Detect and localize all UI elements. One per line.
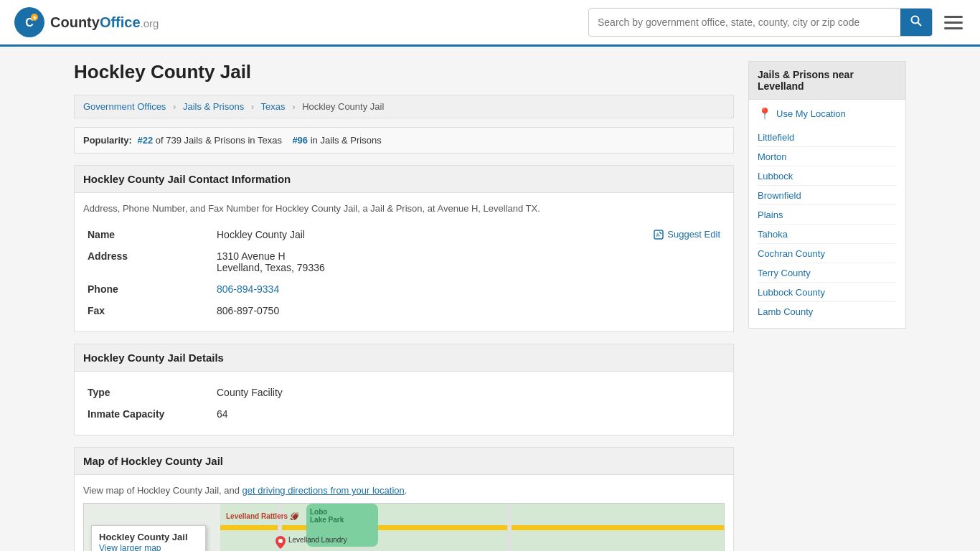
logo-office: Office — [100, 14, 141, 30]
breadcrumb-jails[interactable]: Jails & Prisons — [183, 101, 244, 112]
breadcrumb: Government Offices › Jails & Prisons › T… — [74, 95, 734, 118]
link-littlefield[interactable]: Littlefield — [758, 132, 794, 143]
name-label: Name — [83, 224, 212, 245]
address-line2: Levelland, Texas, 79336 — [217, 262, 720, 273]
details-section-body: Type County Facility Inmate Capacity 64 — [75, 372, 733, 435]
map-section: Map of Hockley County Jail View map of H… — [74, 447, 734, 551]
sidebar-link-list: Littlefield Morton Lubbock Brownfield Pl… — [758, 128, 897, 321]
search-icon — [910, 15, 922, 27]
link-brownfield[interactable]: Brownfield — [758, 190, 801, 201]
contact-section-header: Hockley County Jail Contact Information — [75, 166, 733, 193]
popularity-bar: Popularity: #22 of 739 Jails & Prisons i… — [74, 127, 734, 154]
rank-national-suffix: in Jails & Prisons — [311, 135, 382, 146]
suggest-edit-link[interactable]: Suggest Edit — [654, 229, 720, 240]
link-plains[interactable]: Plains — [758, 209, 783, 220]
list-item-cochran: Cochran County — [758, 244, 897, 263]
phone-link[interactable]: 806-894-9334 — [217, 283, 279, 295]
contact-section: Hockley County Jail Contact Information … — [74, 165, 734, 332]
table-row-fax: Fax 806-897-0750 — [83, 300, 725, 321]
breadcrumb-sep-2: › — [251, 101, 254, 112]
link-cochran-county[interactable]: Cochran County — [758, 248, 825, 259]
rank-state-number: #22 — [138, 135, 154, 146]
type-value: County Facility — [212, 382, 725, 403]
table-row-capacity: Inmate Capacity 64 — [83, 403, 725, 425]
link-tahoka[interactable]: Tahoka — [758, 229, 788, 240]
contact-info-table: Name Hockley County Jail Suggest — [83, 224, 725, 321]
menu-line-3 — [944, 27, 963, 29]
link-lubbock[interactable]: Lubbock — [758, 171, 793, 182]
link-morton[interactable]: Morton — [758, 151, 786, 162]
address-value: 1310 Avenue H Levelland, Texas, 79336 — [212, 245, 725, 278]
details-info-table: Type County Facility Inmate Capacity 64 — [83, 382, 725, 425]
map-heading: Map of Hockley County Jail — [83, 455, 223, 467]
svg-line-7 — [659, 232, 661, 234]
list-item-lubbock-county: Lubbock County — [758, 283, 897, 302]
menu-button[interactable] — [941, 13, 966, 32]
table-row-phone: Phone 806-894-9334 — [83, 278, 725, 300]
logo-text: CountyOffice.org — [50, 14, 159, 31]
road-h1 — [220, 525, 724, 530]
rank-state-suffix: of 739 Jails & Prisons in Texas — [156, 135, 282, 146]
content-area: Hockley County Jail Government Offices ›… — [74, 61, 734, 551]
search-input[interactable] — [589, 11, 900, 34]
sidebar-card: Jails & Prisons near Levelland 📍 Use My … — [748, 61, 906, 329]
main-container: Hockley County Jail Government Offices ›… — [60, 47, 920, 551]
search-bar — [588, 8, 933, 37]
breadcrumb-texas[interactable]: Texas — [261, 101, 286, 112]
use-my-location-label: Use My Location — [776, 108, 846, 119]
fax-value: 806-897-0750 — [212, 300, 725, 321]
menu-line-2 — [944, 22, 963, 24]
details-section-header: Hockley County Jail Details — [75, 344, 733, 372]
list-item-brownfield: Brownfield — [758, 186, 897, 205]
table-row-address: Address 1310 Avenue H Levelland, Texas, … — [83, 245, 725, 278]
breadcrumb-current: Hockley County Jail — [302, 101, 384, 112]
fax-label: Fax — [83, 300, 212, 321]
list-item-lubbock: Lubbock — [758, 166, 897, 186]
list-item-plains: Plains — [758, 205, 897, 225]
menu-line-1 — [944, 16, 963, 18]
map-description: View map of Hockley County Jail, and get… — [83, 485, 725, 496]
map-section-header: Map of Hockley County Jail — [75, 448, 733, 475]
logo-county: County — [50, 14, 100, 30]
list-item-littlefield: Littlefield — [758, 128, 897, 147]
list-item-lamb: Lamb County — [758, 302, 897, 321]
logo-org: .org — [141, 17, 159, 29]
details-heading: Hockley County Jail Details — [83, 352, 224, 364]
map-preview[interactable]: Hockley County Jail View larger map — [83, 503, 725, 551]
search-button[interactable] — [900, 9, 932, 36]
map-label-lake: LoboLake Park — [310, 508, 344, 524]
map-pin — [275, 536, 286, 551]
contact-description: Address, Phone Number, and Fax Number fo… — [83, 203, 725, 214]
road-v3 — [507, 504, 512, 551]
map-label-rattlers: Levelland Rattlers 🏈 — [226, 512, 298, 520]
location-pin-icon: 📍 — [758, 107, 772, 121]
list-item-morton: Morton — [758, 147, 897, 166]
breadcrumb-gov-offices[interactable]: Government Offices — [83, 101, 166, 112]
list-item-terry: Terry County — [758, 263, 897, 283]
map-desc-end: . — [405, 485, 407, 496]
table-row-type: Type County Facility — [83, 382, 725, 403]
map-label-laundry: Levelland Laundry — [288, 536, 347, 544]
details-section: Hockley County Jail Details Type County … — [74, 344, 734, 435]
link-lamb-county[interactable]: Lamb County — [758, 306, 813, 317]
map-directions-link[interactable]: get driving directions from your locatio… — [242, 485, 405, 496]
svg-point-8 — [278, 539, 283, 543]
breadcrumb-sep-1: › — [173, 101, 176, 112]
logo-link[interactable]: C ★ CountyOffice.org — [14, 7, 159, 37]
name-value: Hockley County Jail Suggest Edit — [212, 224, 725, 245]
map-desc-part1: View map of Hockley County Jail, and — [83, 485, 240, 496]
link-lubbock-county[interactable]: Lubbock County — [758, 287, 825, 298]
svg-line-5 — [918, 23, 922, 27]
link-terry-county[interactable]: Terry County — [758, 268, 811, 278]
sidebar-body: 📍 Use My Location Littlefield Morton Lub… — [749, 100, 905, 328]
use-my-location-link[interactable]: 📍 Use My Location — [758, 107, 897, 121]
contact-section-body: Address, Phone Number, and Fax Number fo… — [75, 193, 733, 331]
table-row-name: Name Hockley County Jail Suggest — [83, 224, 725, 245]
phone-value: 806-894-9334 — [212, 278, 725, 300]
map-card-link[interactable]: View larger map — [99, 543, 161, 551]
header-right — [588, 8, 966, 37]
address-label: Address — [83, 245, 212, 278]
type-label: Type — [83, 382, 212, 403]
breadcrumb-sep-3: › — [292, 101, 295, 112]
map-section-body: View map of Hockley County Jail, and get… — [75, 475, 733, 551]
